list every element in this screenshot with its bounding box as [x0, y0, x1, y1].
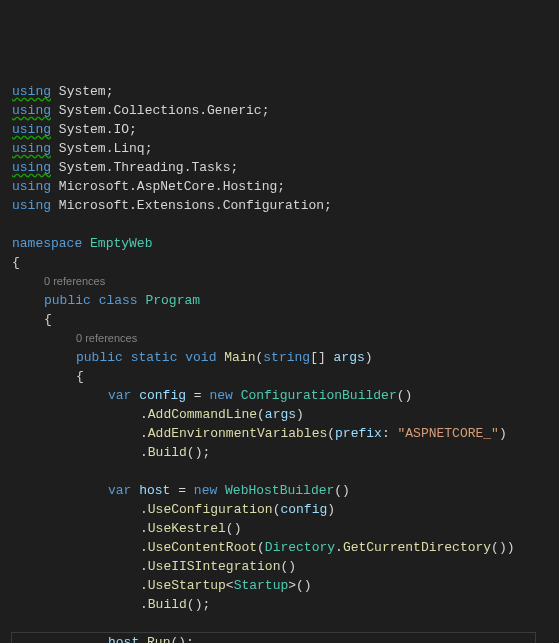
brace: {	[12, 312, 52, 327]
config-var-line: var config = new ConfigurationBuilder()	[12, 388, 412, 403]
current-line: host.Run();	[12, 633, 535, 643]
fluent-call: .Build();	[12, 597, 210, 612]
codelens-references[interactable]: 0 references	[12, 332, 137, 344]
using-line: using System.Threading.Tasks;	[12, 160, 238, 175]
using-line: using System;	[12, 84, 113, 99]
using-line: using Microsoft.Extensions.Configuration…	[12, 198, 332, 213]
namespace-line: namespace EmptyWeb	[12, 236, 152, 251]
fluent-call: .UseIISIntegration()	[12, 559, 296, 574]
code-editor[interactable]: using System; using System.Collections.G…	[12, 82, 547, 643]
fluent-call: .UseConfiguration(config)	[12, 502, 335, 517]
host-var-line: var host = new WebHostBuilder()	[12, 483, 350, 498]
fluent-call: .AddCommandLine(args)	[12, 407, 304, 422]
using-line: using System.Linq;	[12, 141, 152, 156]
fluent-call: .UseKestrel()	[12, 521, 241, 536]
brace: {	[12, 369, 84, 384]
using-line: using System.IO;	[12, 122, 137, 137]
class-decl: public class Program	[12, 293, 200, 308]
fluent-call: .Build();	[12, 445, 210, 460]
codelens-references[interactable]: 0 references	[12, 275, 105, 287]
brace: {	[12, 255, 20, 270]
fluent-call: .AddEnvironmentVariables(prefix: "ASPNET…	[12, 426, 507, 441]
fluent-call: .UseContentRoot(Directory.GetCurrentDire…	[12, 540, 515, 555]
using-line: using System.Collections.Generic;	[12, 103, 269, 118]
main-decl: public static void Main(string[] args)	[12, 350, 373, 365]
using-line: using Microsoft.AspNetCore.Hosting;	[12, 179, 285, 194]
fluent-call: .UseStartup<Startup>()	[12, 578, 312, 593]
